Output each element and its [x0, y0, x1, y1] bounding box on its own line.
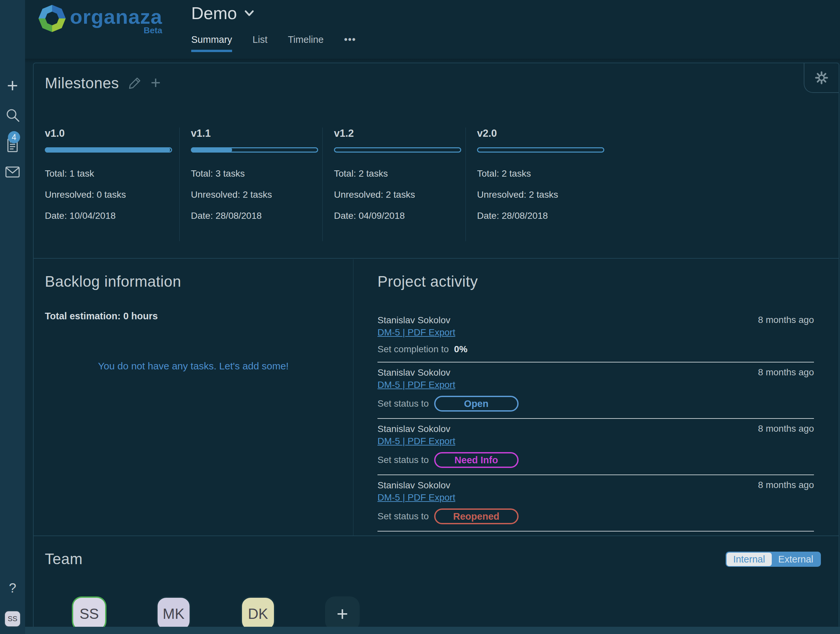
activity-entry: Stanislav Sokolov DM-5 | PDF Export Set … [377, 419, 814, 475]
activity-user: Stanislav Sokolov [377, 480, 814, 491]
milestone-card: v1.1 Total: 3 tasks Unresolved: 2 tasks … [179, 128, 322, 241]
milestone-unresolved: Unresolved: 0 tasks [45, 189, 174, 200]
milestone-card: v2.0 Total: 2 tasks Unresolved: 2 tasks … [466, 128, 609, 241]
project-switcher[interactable]: Demo [191, 3, 254, 23]
toggle-external[interactable]: External [772, 553, 820, 566]
add-milestone-icon[interactable]: + [151, 76, 161, 90]
task-link[interactable]: DM-5 | PDF Export [377, 492, 455, 503]
milestone-unresolved: Unresolved: 2 tasks [334, 189, 460, 200]
activity-action-value: 0% [454, 344, 467, 355]
milestone-date: Date: 28/08/2018 [191, 210, 317, 221]
edit-milestones-icon[interactable] [128, 76, 141, 90]
team-section: Team Internal External SS MK DK + [34, 536, 839, 634]
tab-timeline[interactable]: Timeline [288, 34, 324, 52]
milestone-version: v1.1 [191, 128, 317, 139]
organaza-logo-icon[interactable] [38, 4, 66, 33]
milestone-version: v1.0 [45, 128, 174, 139]
milestone-total: Total: 2 tasks [334, 168, 460, 179]
milestone-card: v1.0 Total: 1 task Unresolved: 0 tasks D… [45, 128, 179, 241]
project-title: Demo [191, 3, 237, 23]
project-tabs: Summary List Timeline ••• [191, 34, 356, 52]
team-member-avatar[interactable]: DK [241, 596, 275, 631]
app-header: organaza Beta Demo Summary List Timeline… [25, 0, 840, 63]
notifications-badge: 4 [8, 131, 20, 144]
bottom-scrollbar[interactable] [25, 627, 840, 634]
team-member-avatar[interactable]: MK [156, 596, 191, 631]
backlog-section: Backlog information Total estimation: 0 … [34, 259, 354, 535]
activity-action-text: Set status to [377, 511, 429, 522]
toggle-internal[interactable]: Internal [726, 553, 772, 566]
activity-entry: Stanislav Sokolov DM-5 | PDF Export Set … [377, 310, 814, 363]
activity-timestamp: 8 months ago [758, 480, 814, 490]
milestone-unresolved: Unresolved: 2 tasks [191, 189, 317, 200]
milestone-progressbar [477, 147, 604, 153]
empty-tasks-link[interactable]: You do not have any tasks. Let's add som… [45, 361, 342, 372]
milestone-progressbar [334, 147, 461, 153]
team-visibility-toggle: Internal External [726, 552, 821, 567]
project-activity-section: Project activity Stanislav Sokolov DM-5 … [354, 259, 839, 535]
status-badge-open: Open [434, 396, 519, 412]
status-badge-reopened: Reopened [434, 508, 519, 524]
task-link[interactable]: DM-5 | PDF Export [377, 435, 455, 447]
activity-entry: Stanislav Sokolov DM-5 | PDF Export Set … [377, 363, 814, 419]
milestone-version: v2.0 [477, 128, 603, 139]
milestone-date: Date: 10/04/2018 [45, 210, 174, 221]
backlog-title: Backlog information [45, 273, 342, 290]
milestone-progressbar [191, 147, 318, 153]
activity-action-text: Set status to [377, 455, 429, 465]
activity-user: Stanislav Sokolov [377, 423, 814, 435]
chevron-down-icon [244, 9, 254, 17]
milestones-title: Milestones [45, 74, 119, 92]
team-member-avatar[interactable]: SS [72, 596, 106, 631]
milestones-row: v1.0 Total: 1 task Unresolved: 0 tasks D… [45, 128, 609, 241]
status-badge-need-info: Need Info [434, 452, 519, 468]
milestone-total: Total: 1 task [45, 168, 174, 179]
activity-timestamp: 8 months ago [758, 367, 814, 378]
activity-entry: Stanislav Sokolov DM-5 | PDF Export Set … [377, 475, 814, 531]
activity-action-text: Set status to [377, 398, 429, 409]
help-icon[interactable]: ? [0, 580, 25, 595]
task-link[interactable]: DM-5 | PDF Export [377, 379, 455, 391]
milestone-progressbar [45, 147, 172, 153]
team-avatars: SS MK DK + [72, 596, 360, 631]
add-member-button[interactable]: + [325, 596, 360, 631]
team-title: Team [45, 550, 82, 568]
brand-name: organaza [70, 6, 162, 27]
milestone-total: Total: 2 tasks [477, 168, 603, 179]
summary-board: Milestones + v1.0 Total: 1 task Unresolv… [33, 63, 839, 634]
add-icon[interactable]: + [0, 76, 25, 95]
tab-list[interactable]: List [253, 34, 267, 52]
activity-timestamp: 8 months ago [758, 423, 814, 434]
left-sidebar: + 4 ? SS [0, 0, 25, 634]
activity-title: Project activity [377, 273, 814, 290]
tab-summary[interactable]: Summary [191, 34, 232, 52]
milestone-date: Date: 28/08/2018 [477, 210, 603, 221]
activity-timestamp: 8 months ago [758, 315, 814, 325]
milestone-unresolved: Unresolved: 2 tasks [477, 189, 603, 200]
activity-action-text: Set completion to [377, 344, 449, 355]
milestone-card: v1.2 Total: 2 tasks Unresolved: 2 tasks … [322, 128, 466, 241]
total-estimation: Total estimation: 0 hours [45, 311, 342, 322]
mail-icon[interactable] [0, 166, 25, 178]
user-avatar[interactable]: SS [4, 610, 21, 628]
activity-user: Stanislav Sokolov [377, 315, 814, 326]
tab-more-icon[interactable]: ••• [344, 34, 356, 52]
milestones-section: Milestones + v1.0 Total: 1 task Unresolv… [34, 63, 839, 259]
beta-label: Beta [144, 25, 162, 36]
milestone-version: v1.2 [334, 128, 460, 139]
task-link[interactable]: DM-5 | PDF Export [377, 327, 455, 338]
milestone-date: Date: 04/09/2018 [334, 210, 460, 221]
activity-user: Stanislav Sokolov [377, 367, 814, 378]
brand-wordmark[interactable]: organaza Beta [70, 6, 162, 27]
milestone-total: Total: 3 tasks [191, 168, 317, 179]
search-icon[interactable] [0, 107, 25, 123]
